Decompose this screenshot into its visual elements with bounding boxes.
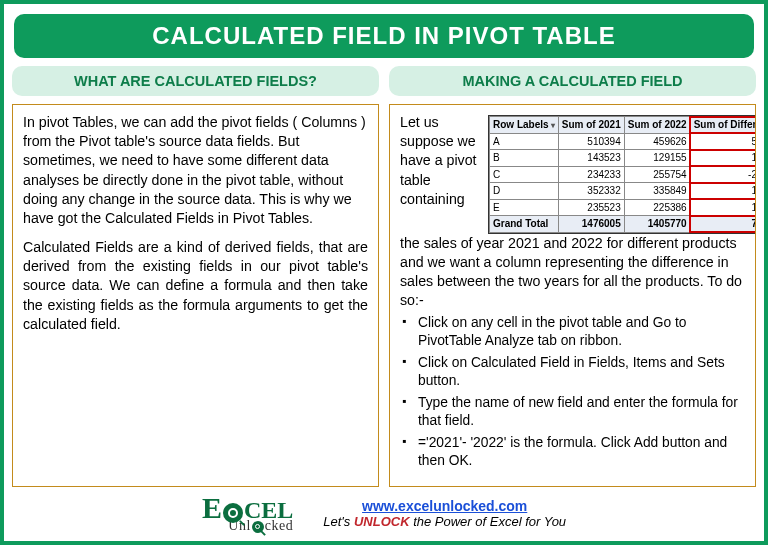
row-label: E <box>490 199 559 216</box>
row-label: A <box>490 133 559 150</box>
right-panel: Let us suppose we have a pivot table con… <box>389 104 756 487</box>
table-row: E23552322538610137 <box>490 199 757 216</box>
tagline: Let's UNLOCK the Power of Excel for You <box>323 514 566 529</box>
left-panel: In pivot Tables, we can add the pivot fi… <box>12 104 379 487</box>
cell: 129155 <box>624 150 690 167</box>
left-paragraph-1: In pivot Tables, we can add the pivot fi… <box>23 113 368 228</box>
cell: 234233 <box>558 166 624 183</box>
row-label: C <box>490 166 559 183</box>
cell: 14368 <box>690 150 756 167</box>
pivot-table: Row Labels Sum of 2021 Sum of 2022 Sum o… <box>489 116 756 233</box>
list-item: Type the name of new field and enter the… <box>402 394 745 430</box>
pivot-header-diff: Sum of Difference <box>690 117 756 134</box>
right-heading: MAKING A CALCULATED FIELD <box>389 66 756 96</box>
table-row: D35233233584916483 <box>490 183 757 200</box>
row-label: D <box>490 183 559 200</box>
cell: 225386 <box>624 199 690 216</box>
magnifier-icon <box>223 503 243 523</box>
table-row: A51039445962650768 <box>490 133 757 150</box>
list-item: ='2021'- '2022' is the formula. Click Ad… <box>402 434 745 470</box>
table-row: B14352312915514368 <box>490 150 757 167</box>
cell: 70235 <box>690 216 756 233</box>
row-label: B <box>490 150 559 167</box>
total-label: Grand Total <box>490 216 559 233</box>
table-row: C234233255754-21521 <box>490 166 757 183</box>
right-column: MAKING A CALCULATED FIELD Let us suppose… <box>389 66 756 487</box>
cell: 143523 <box>558 150 624 167</box>
tagline-unlock: UNLOCK <box>354 514 410 529</box>
cell: 1405770 <box>624 216 690 233</box>
tagline-post: the Power of Excel for You <box>410 514 567 529</box>
cell: 10137 <box>690 199 756 216</box>
cell: 50768 <box>690 133 756 150</box>
main-title: CALCULATED FIELD IN PIVOT TABLE <box>14 14 754 58</box>
pivot-total-row: Grand Total1476005140577070235 <box>490 216 757 233</box>
left-column: WHAT ARE CALCULATED FIELDS? In pivot Tab… <box>12 66 379 487</box>
document-frame: CALCULATED FIELD IN PIVOT TABLE WHAT ARE… <box>0 0 768 545</box>
steps-list: Click on any cell in the pivot table and… <box>402 314 745 469</box>
cell: 459626 <box>624 133 690 150</box>
cell: -21521 <box>690 166 756 183</box>
list-item: Click on any cell in the pivot table and… <box>402 314 745 350</box>
pivot-header-row: Row Labels Sum of 2021 Sum of 2022 Sum o… <box>490 117 757 134</box>
cell: 255754 <box>624 166 690 183</box>
footer-text-block: www.excelunlocked.com Let's UNLOCK the P… <box>323 498 566 529</box>
website-link[interactable]: www.excelunlocked.com <box>362 498 527 514</box>
content-columns: WHAT ARE CALCULATED FIELDS? In pivot Tab… <box>12 66 756 487</box>
cell: 1476005 <box>558 216 624 233</box>
pivot-header-2021: Sum of 2021 <box>558 117 624 134</box>
cell: 335849 <box>624 183 690 200</box>
pivot-header-rowlabels: Row Labels <box>490 117 559 134</box>
list-item: Click on Calculated Field in Fields, Ite… <box>402 354 745 390</box>
left-paragraph-2: Calculated Fields are a kind of derived … <box>23 238 368 334</box>
logo: E CEL Unlcked <box>202 493 293 533</box>
right-intro-text-1: Let us suppose we have a pivot table con… <box>400 113 480 209</box>
magnifier-icon <box>252 521 264 533</box>
logo-letter-e: E <box>202 493 222 523</box>
pivot-header-2022: Sum of 2022 <box>624 117 690 134</box>
pivot-table-image: Row Labels Sum of 2021 Sum of 2022 Sum o… <box>488 115 756 234</box>
cell: 16483 <box>690 183 756 200</box>
left-heading: WHAT ARE CALCULATED FIELDS? <box>12 66 379 96</box>
tagline-pre: Let's <box>323 514 354 529</box>
cell: 235523 <box>558 199 624 216</box>
cell: 510394 <box>558 133 624 150</box>
right-intro-text-2: the sales of year 2021 and 2022 for diff… <box>400 235 742 309</box>
footer: E CEL Unlcked www.excelunlocked.com Let'… <box>12 487 756 535</box>
cell: 352332 <box>558 183 624 200</box>
